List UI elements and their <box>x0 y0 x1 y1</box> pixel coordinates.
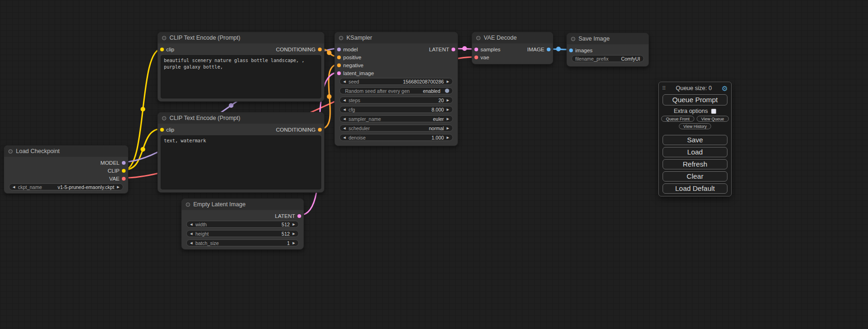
node-vae-decode[interactable]: VAE Decode samples IMAGE vae <box>472 32 553 64</box>
output-slot-conditioning[interactable]: CONDITIONING <box>276 47 322 52</box>
increment-arrow-icon[interactable]: ▶ <box>447 80 449 83</box>
decrement-arrow-icon[interactable]: ◀ <box>190 241 192 245</box>
vae-output-dot[interactable] <box>122 177 126 181</box>
positive-prompt-textarea[interactable]: beautiful scenery nature glass bottle la… <box>161 55 321 98</box>
model-output-dot[interactable] <box>122 161 126 165</box>
clip-input-dot[interactable] <box>160 48 164 51</box>
widget-random-seed-toggle[interactable]: Random seed after every gen enabled <box>339 87 453 94</box>
collapse-dot-icon[interactable] <box>571 37 575 41</box>
increment-arrow-icon[interactable]: ▶ <box>117 185 120 189</box>
node-title-bar[interactable]: CLIP Text Encode (Prompt) <box>158 112 324 124</box>
input-slot-positive[interactable]: positive <box>337 55 361 60</box>
load-button[interactable]: Load <box>663 147 727 157</box>
widget-width[interactable]: ◀ width 512 ▶ <box>186 221 299 228</box>
collapse-dot-icon[interactable] <box>162 116 166 120</box>
decrement-arrow-icon[interactable]: ◀ <box>343 98 346 102</box>
view-history-button[interactable]: View History <box>679 123 712 129</box>
clip-input-dot[interactable] <box>160 128 164 132</box>
decrement-arrow-icon[interactable]: ◀ <box>13 185 15 189</box>
widget-height[interactable]: ◀ height 512 ▶ <box>186 230 299 237</box>
increment-arrow-icon[interactable]: ▶ <box>293 241 295 245</box>
node-empty-latent-image[interactable]: Empty Latent Image LATENT ◀ width 512 ▶ … <box>181 198 304 250</box>
toggle-knob-icon[interactable] <box>445 89 449 93</box>
collapse-dot-icon[interactable] <box>476 36 480 40</box>
samples-input-dot[interactable] <box>474 48 478 51</box>
input-slot-latent-image[interactable]: latent_image <box>337 70 374 76</box>
node-graph-canvas[interactable]: Load Checkpoint MODEL CLIP VAE <box>0 0 868 329</box>
increment-arrow-icon[interactable]: ▶ <box>293 232 295 235</box>
view-queue-button[interactable]: View Queue <box>697 116 729 122</box>
negative-input-dot[interactable] <box>337 63 341 67</box>
decrement-arrow-icon[interactable]: ◀ <box>190 232 192 235</box>
collapse-dot-icon[interactable] <box>162 36 166 40</box>
node-title-bar[interactable]: KSampler <box>335 32 458 43</box>
load-default-button[interactable]: Load Default <box>663 183 727 194</box>
decrement-arrow-icon[interactable]: ◀ <box>343 117 346 120</box>
clear-button[interactable]: Clear <box>663 171 727 182</box>
save-button[interactable]: Save <box>663 135 727 145</box>
widget-denoise[interactable]: ◀ denoise 1.000 ▶ <box>339 134 453 141</box>
node-save-image[interactable]: Save Image images filename_prefix ComfyU… <box>566 33 649 67</box>
widget-filename-prefix[interactable]: filename_prefix ComfyUI <box>572 55 644 62</box>
output-slot-latent[interactable]: LATENT <box>429 47 455 52</box>
image-output-dot[interactable] <box>547 48 550 51</box>
input-slot-images[interactable]: images <box>569 48 593 53</box>
decrement-arrow-icon[interactable]: ◀ <box>190 223 192 226</box>
conditioning-output-dot[interactable] <box>318 48 322 51</box>
output-slot-clip[interactable]: CLIP <box>107 168 126 174</box>
increment-arrow-icon[interactable]: ▶ <box>447 117 449 120</box>
vae-input-dot[interactable] <box>474 56 478 59</box>
collapse-dot-icon[interactable] <box>186 203 190 207</box>
output-slot-model[interactable]: MODEL <box>100 160 126 166</box>
increment-arrow-icon[interactable]: ▶ <box>447 126 449 130</box>
node-title-bar[interactable]: Save Image <box>567 33 649 44</box>
collapse-dot-icon[interactable] <box>339 36 343 40</box>
decrement-arrow-icon[interactable]: ◀ <box>343 136 346 139</box>
negative-prompt-textarea[interactable]: text, watermark <box>161 135 321 189</box>
node-title-bar[interactable]: Load Checkpoint <box>4 146 128 157</box>
model-input-dot[interactable] <box>337 48 341 51</box>
decrement-arrow-icon[interactable]: ◀ <box>343 126 346 130</box>
collapse-dot-icon[interactable] <box>8 149 13 154</box>
widget-cfg[interactable]: ◀ cfg 8.000 ▶ <box>339 106 453 113</box>
input-slot-vae[interactable]: vae <box>474 55 489 60</box>
increment-arrow-icon[interactable]: ▶ <box>293 223 295 226</box>
extra-options-checkbox[interactable] <box>711 109 716 114</box>
increment-arrow-icon[interactable]: ▶ <box>447 98 449 102</box>
decrement-arrow-icon[interactable]: ◀ <box>343 108 346 111</box>
widget-seed[interactable]: ◀ seed 156680208700286 ▶ <box>339 78 453 85</box>
node-load-checkpoint[interactable]: Load Checkpoint MODEL CLIP VAE <box>4 145 128 194</box>
output-slot-image[interactable]: IMAGE <box>527 47 550 52</box>
input-slot-clip[interactable]: clip <box>160 47 174 52</box>
widget-batch-size[interactable]: ◀ batch_size 1 ▶ <box>186 239 299 246</box>
latent-output-dot[interactable] <box>297 214 301 218</box>
widget-ckpt-name[interactable]: ◀ ckpt_name v1-5-pruned-emaonly.ckpt ▶ <box>9 183 123 190</box>
widget-scheduler[interactable]: ◀ scheduler normal ▶ <box>339 125 453 132</box>
drag-handle-icon[interactable]: ⠿ <box>662 86 666 91</box>
input-slot-clip[interactable]: clip <box>160 127 174 133</box>
queue-prompt-button[interactable]: Queue Prompt <box>663 94 727 105</box>
increment-arrow-icon[interactable]: ▶ <box>447 136 449 139</box>
latent-image-input-dot[interactable] <box>337 71 341 75</box>
node-title-bar[interactable]: CLIP Text Encode (Prompt) <box>158 32 324 43</box>
output-slot-conditioning[interactable]: CONDITIONING <box>276 127 322 133</box>
widget-sampler-name[interactable]: ◀ sampler_name euler ▶ <box>339 115 453 122</box>
decrement-arrow-icon[interactable]: ◀ <box>343 80 346 83</box>
output-slot-latent[interactable]: LATENT <box>275 213 301 219</box>
images-input-dot[interactable] <box>569 49 573 52</box>
node-title-bar[interactable]: Empty Latent Image <box>182 199 303 210</box>
node-ksampler[interactable]: KSampler model LATENT positive <box>334 32 458 146</box>
conditioning-output-dot[interactable] <box>318 128 322 132</box>
settings-gear-icon[interactable]: ⚙ <box>722 85 728 92</box>
queue-front-button[interactable]: Queue Front <box>661 116 694 122</box>
input-slot-model[interactable]: model <box>337 47 358 52</box>
increment-arrow-icon[interactable]: ▶ <box>447 108 449 111</box>
output-slot-vae[interactable]: VAE <box>109 176 126 182</box>
node-clip-text-encode-positive[interactable]: CLIP Text Encode (Prompt) clip CONDITION… <box>157 32 325 102</box>
refresh-button[interactable]: Refresh <box>663 159 727 169</box>
clip-output-dot[interactable] <box>122 169 126 173</box>
node-title-bar[interactable]: VAE Decode <box>472 32 553 43</box>
input-slot-negative[interactable]: negative <box>337 63 363 68</box>
input-slot-samples[interactable]: samples <box>474 47 501 52</box>
node-clip-text-encode-negative[interactable]: CLIP Text Encode (Prompt) clip CONDITION… <box>157 112 325 193</box>
